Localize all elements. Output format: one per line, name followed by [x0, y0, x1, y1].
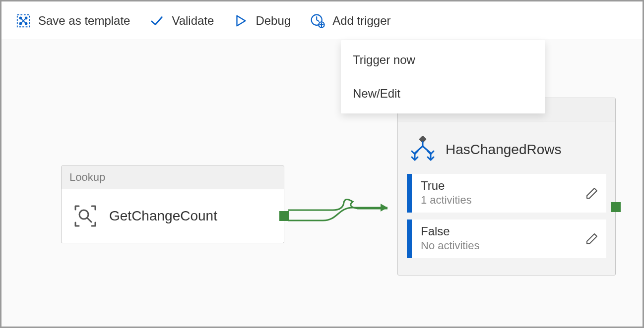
- lookup-body: GetChangeCount: [62, 189, 284, 243]
- svg-marker-9: [381, 204, 387, 212]
- template-icon: [15, 13, 31, 29]
- play-icon: [233, 13, 249, 29]
- false-branch-label: False: [421, 224, 597, 238]
- trigger-now-item[interactable]: Trigger now: [341, 43, 545, 77]
- clock-plus-icon: [310, 13, 325, 29]
- save-as-template-button[interactable]: Save as template: [15, 13, 130, 29]
- success-connector: [288, 198, 398, 222]
- false-branch-sub: No activities: [421, 239, 597, 252]
- check-icon: [149, 13, 165, 29]
- new-edit-item[interactable]: New/Edit: [341, 77, 545, 110]
- lookup-activity[interactable]: Lookup GetChangeCount: [61, 165, 284, 243]
- add-trigger-label: Add trigger: [332, 14, 390, 28]
- false-branch[interactable]: False No activities: [407, 219, 606, 258]
- validate-label: Validate: [172, 14, 214, 28]
- true-branch-sub: 1 activities: [421, 194, 597, 207]
- lookup-output-handle[interactable]: [279, 211, 289, 221]
- svg-marker-5: [237, 15, 246, 26]
- toolbar: Save as template Validate Debug Add trig…: [1, 1, 643, 40]
- save-as-template-label: Save as template: [38, 14, 130, 28]
- if-body: HasChangedRows True 1 activities False N…: [398, 121, 615, 275]
- debug-label: Debug: [256, 14, 291, 28]
- branch-icon: [409, 136, 437, 163]
- magnifier-icon: [72, 203, 98, 229]
- validate-button[interactable]: Validate: [149, 13, 214, 29]
- pipeline-canvas[interactable]: Lookup GetChangeCount: [1, 40, 643, 327]
- if-output-handle[interactable]: [611, 202, 621, 212]
- true-branch-label: True: [421, 179, 597, 193]
- lookup-type-label: Lookup: [62, 166, 284, 189]
- pencil-icon[interactable]: [585, 232, 598, 245]
- debug-button[interactable]: Debug: [233, 13, 291, 29]
- pencil-icon[interactable]: [585, 187, 598, 200]
- if-activity-name: HasChangedRows: [446, 142, 561, 158]
- true-branch[interactable]: True 1 activities: [407, 174, 606, 213]
- lookup-activity-name: GetChangeCount: [109, 208, 217, 224]
- add-trigger-button[interactable]: Add trigger: [310, 13, 390, 29]
- if-condition-activity[interactable]: If Condition: [397, 98, 616, 275]
- add-trigger-dropdown: Trigger now New/Edit: [341, 40, 545, 113]
